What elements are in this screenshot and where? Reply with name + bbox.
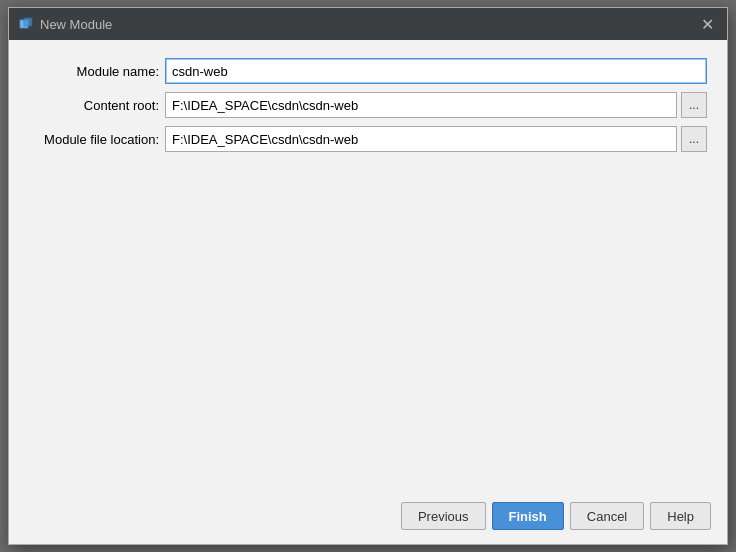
titlebar: New Module ✕ xyxy=(9,8,727,40)
module-name-row: Module name: xyxy=(29,58,707,84)
close-button[interactable]: ✕ xyxy=(697,14,717,34)
dialog-body: Module name: Content root: ... Module fi… xyxy=(9,40,727,492)
module-file-row: Module file location: ... xyxy=(29,126,707,152)
module-file-label: Module file location: xyxy=(29,132,159,147)
svg-rect-1 xyxy=(24,18,32,26)
module-name-input-wrapper xyxy=(165,58,707,84)
module-file-input-wrapper: ... xyxy=(165,126,707,152)
content-root-browse-button[interactable]: ... xyxy=(681,92,707,118)
content-root-label: Content root: xyxy=(29,98,159,113)
cancel-button[interactable]: Cancel xyxy=(570,502,644,530)
previous-button[interactable]: Previous xyxy=(401,502,486,530)
finish-button[interactable]: Finish xyxy=(492,502,564,530)
help-button[interactable]: Help xyxy=(650,502,711,530)
dialog-footer: Previous Finish Cancel Help xyxy=(9,492,727,544)
content-root-row: Content root: ... xyxy=(29,92,707,118)
content-root-input[interactable] xyxy=(165,92,677,118)
new-module-dialog: New Module ✕ Module name: Content root: … xyxy=(8,7,728,545)
content-root-input-wrapper: ... xyxy=(165,92,707,118)
module-file-input[interactable] xyxy=(165,126,677,152)
titlebar-left: New Module xyxy=(19,17,112,32)
module-name-label: Module name: xyxy=(29,64,159,79)
dialog-title: New Module xyxy=(40,17,112,32)
module-file-browse-button[interactable]: ... xyxy=(681,126,707,152)
spacer xyxy=(29,152,707,478)
form-area: Module name: Content root: ... Module fi… xyxy=(29,58,707,152)
module-icon xyxy=(19,17,33,31)
module-name-input[interactable] xyxy=(165,58,707,84)
